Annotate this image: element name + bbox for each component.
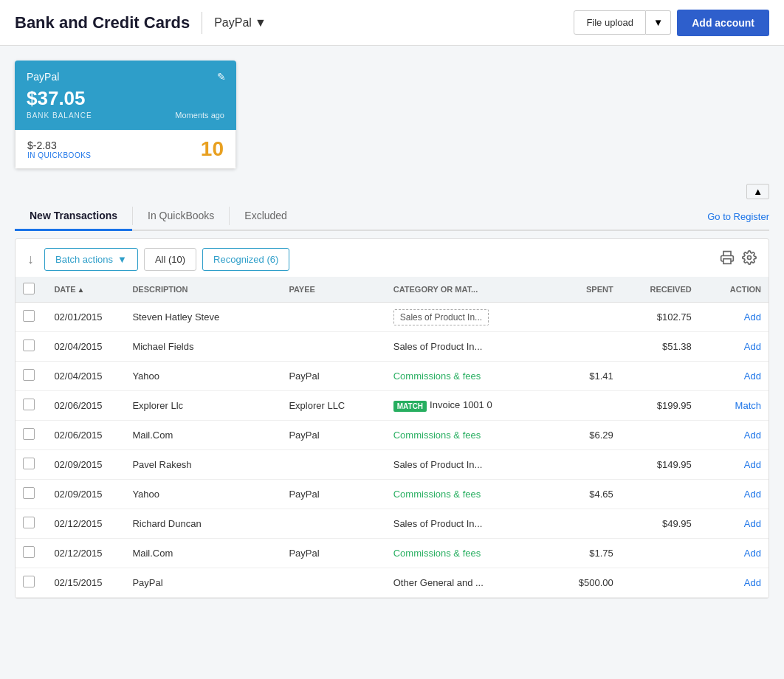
- header-payee[interactable]: PAYEE: [281, 277, 385, 303]
- row-payee: PayPal: [281, 539, 385, 568]
- add-button[interactable]: Add: [744, 341, 761, 352]
- account-selector[interactable]: PayPal ▼: [214, 16, 267, 30]
- row-date: 02/04/2015: [47, 332, 125, 362]
- table-row: 02/12/2015Mail.ComPayPalCommissions & fe…: [16, 539, 768, 568]
- row-category[interactable]: Commissions & fees: [386, 421, 543, 450]
- row-date: 02/01/2015: [47, 303, 125, 332]
- add-button[interactable]: Add: [744, 518, 761, 529]
- row-checkbox[interactable]: [23, 369, 35, 381]
- row-received: [621, 480, 699, 509]
- top-bar: Bank and Credit Cards PayPal ▼ File uplo…: [0, 0, 784, 46]
- row-received: $102.75: [621, 303, 699, 332]
- row-checkbox[interactable]: [23, 310, 35, 322]
- all-filter-button[interactable]: All (10): [144, 248, 196, 271]
- row-checkbox-cell: [16, 332, 47, 362]
- row-checkbox[interactable]: [23, 546, 35, 558]
- row-checkbox[interactable]: [23, 399, 35, 410]
- row-checkbox[interactable]: [23, 576, 35, 587]
- category-green: Commissions & fees: [393, 430, 481, 441]
- scroll-toggle-button[interactable]: ▲: [746, 184, 769, 199]
- row-payee: PayPal: [281, 421, 385, 450]
- row-checkbox-cell: [16, 421, 47, 450]
- category-dashed[interactable]: Sales of Product In...: [393, 309, 489, 325]
- row-payee: [281, 332, 385, 362]
- row-payee: PayPal: [281, 480, 385, 509]
- tab-in-quickbooks[interactable]: In QuickBooks: [133, 202, 229, 231]
- account-card-top: ✎ PayPal $37.05 BANK BALANCE Moments ago: [15, 61, 236, 130]
- add-button[interactable]: Add: [744, 577, 761, 588]
- row-date: 02/09/2015: [47, 450, 125, 480]
- add-button[interactable]: Add: [744, 311, 761, 323]
- table-body: 02/01/2015Steven Hatley SteveSales of Pr…: [16, 303, 768, 598]
- row-checkbox[interactable]: [23, 458, 35, 469]
- row-payee: PayPal: [281, 362, 385, 391]
- header-category[interactable]: CATEGORY OR MAT...: [386, 277, 543, 303]
- row-checkbox-cell: [16, 303, 47, 332]
- account-dropdown-icon[interactable]: ▼: [255, 16, 267, 30]
- row-checkbox[interactable]: [23, 340, 35, 351]
- row-action: Add: [699, 303, 768, 332]
- row-description: PayPal: [125, 568, 281, 598]
- row-action: Add: [699, 421, 768, 450]
- go-to-register-link[interactable]: Go to Register: [707, 204, 769, 230]
- row-received: [621, 362, 699, 391]
- row-received: $51.38: [621, 332, 699, 362]
- header-description[interactable]: DESCRIPTION: [125, 277, 281, 303]
- row-category[interactable]: Commissions & fees: [386, 362, 543, 391]
- recognized-filter-button[interactable]: Recognized (6): [202, 248, 289, 271]
- add-button[interactable]: Add: [744, 459, 761, 470]
- header-received[interactable]: RECEIVED: [621, 277, 699, 303]
- category-green: Commissions & fees: [393, 489, 481, 500]
- edit-icon[interactable]: ✎: [217, 71, 226, 83]
- row-checkbox-cell: [16, 539, 47, 568]
- table-row: 02/06/2015Mail.ComPayPalCommissions & fe…: [16, 421, 768, 450]
- file-upload-button[interactable]: File upload: [574, 10, 646, 35]
- batch-actions-button[interactable]: Batch actions ▼: [44, 248, 138, 271]
- add-account-button[interactable]: Add account: [677, 10, 769, 36]
- tab-excluded[interactable]: Excluded: [230, 202, 302, 231]
- row-category[interactable]: Commissions & fees: [386, 480, 543, 509]
- row-checkbox[interactable]: [23, 487, 35, 499]
- row-spent: $1.75: [543, 539, 621, 568]
- svg-rect-0: [723, 259, 731, 264]
- row-checkbox[interactable]: [23, 517, 35, 528]
- settings-button[interactable]: [742, 250, 757, 269]
- row-received: [621, 421, 699, 450]
- add-button[interactable]: Add: [744, 489, 761, 500]
- file-upload-dropdown-button[interactable]: ▼: [646, 10, 671, 35]
- row-received: [621, 539, 699, 568]
- row-checkbox-cell: [16, 509, 47, 539]
- match-badge: MATCH: [393, 401, 427, 412]
- account-card-bottom: $-2.83 IN QUICKBOOKS 10: [15, 130, 236, 169]
- row-category[interactable]: Sales of Product In...: [386, 450, 543, 480]
- svg-point-1: [748, 256, 752, 260]
- row-spent: $4.65: [543, 480, 621, 509]
- row-category[interactable]: Commissions & fees: [386, 539, 543, 568]
- row-category[interactable]: MATCHInvoice 1001 0: [386, 391, 543, 421]
- match-button[interactable]: Match: [735, 400, 761, 411]
- add-button[interactable]: Add: [744, 430, 761, 441]
- row-received: [621, 568, 699, 598]
- row-spent: [543, 303, 621, 332]
- header-date[interactable]: DATE ▲: [47, 277, 125, 303]
- row-spent: $500.00: [543, 568, 621, 598]
- table-row: 02/06/2015Explorer LlcExplorer LLCMATCHI…: [16, 391, 768, 421]
- row-description: Explorer Llc: [125, 391, 281, 421]
- row-action: Add: [699, 362, 768, 391]
- add-button[interactable]: Add: [744, 370, 761, 382]
- row-category[interactable]: Sales of Product In...: [386, 509, 543, 539]
- row-category[interactable]: Other General and ...: [386, 568, 543, 598]
- add-button[interactable]: Add: [744, 548, 761, 559]
- row-category[interactable]: Sales of Product In...: [386, 303, 543, 332]
- row-date: 02/12/2015: [47, 539, 125, 568]
- tab-new-transactions[interactable]: New Transactions: [15, 202, 132, 231]
- row-checkbox-cell: [16, 391, 47, 421]
- row-checkbox[interactable]: [23, 428, 35, 440]
- select-all-checkbox[interactable]: [23, 283, 35, 294]
- print-button[interactable]: [720, 250, 735, 269]
- header-spent[interactable]: SPENT: [543, 277, 621, 303]
- table-row: 02/04/2015YahooPayPalCommissions & fees$…: [16, 362, 768, 391]
- row-category[interactable]: Sales of Product In...: [386, 332, 543, 362]
- row-payee: Explorer LLC: [281, 391, 385, 421]
- row-payee: [281, 568, 385, 598]
